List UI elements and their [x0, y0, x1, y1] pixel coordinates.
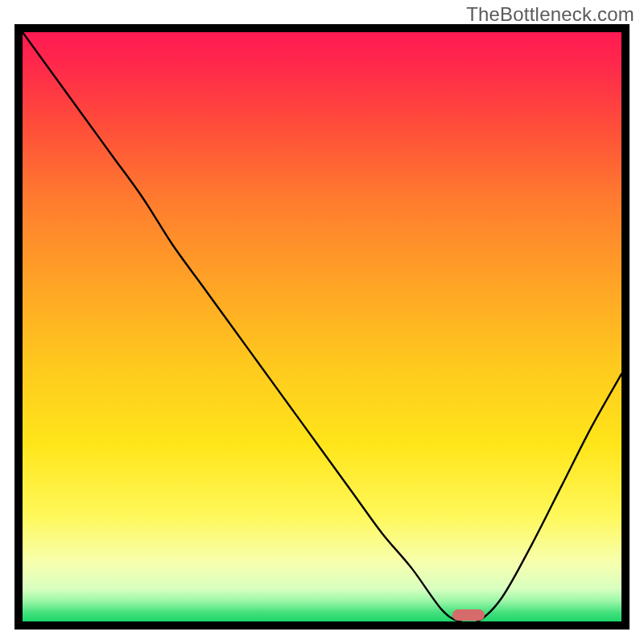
chart-plot	[23, 32, 621, 621]
watermark-text: TheBottleneck.com	[466, 3, 634, 26]
gradient-background	[23, 32, 621, 621]
recommended-marker	[452, 609, 485, 621]
chart-frame	[14, 24, 630, 630]
